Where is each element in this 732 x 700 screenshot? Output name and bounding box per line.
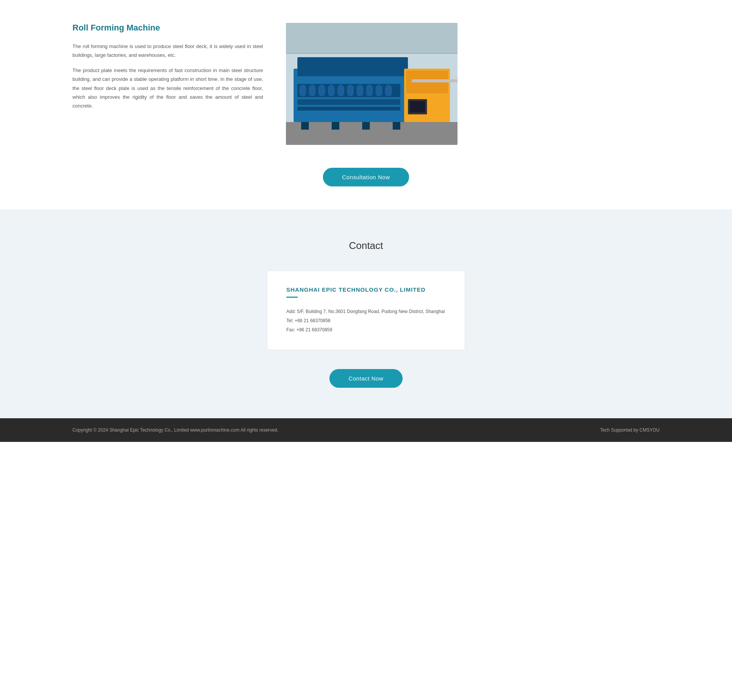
company-name: SHANGHAI EPIC TECHNOLOGY CO., LIMITED [286, 286, 446, 293]
contact-section: Contact SHANGHAI EPIC TECHNOLOGY CO., LI… [0, 209, 732, 418]
contact-tel: Tel: +86 21 68370858 [286, 316, 446, 325]
company-divider [286, 297, 298, 298]
svg-rect-15 [376, 85, 382, 96]
svg-rect-9 [318, 85, 325, 96]
contact-info: Add: 5/F, Building 7, No.3601 Dongfang R… [286, 307, 446, 334]
contact-address: Add: 5/F, Building 7, No.3601 Dongfang R… [286, 307, 446, 316]
svg-rect-13 [356, 85, 363, 96]
product-section: Roll Forming Machine The roll forming ma… [0, 0, 732, 209]
svg-rect-5 [297, 57, 408, 76]
contact-now-button[interactable]: Contact Now [329, 369, 402, 388]
svg-rect-14 [366, 85, 373, 96]
svg-rect-10 [328, 85, 335, 96]
product-image-container [286, 23, 458, 145]
contact-heading: Contact [72, 240, 660, 252]
contact-card: SHANGHAI EPIC TECHNOLOGY CO., LIMITED Ad… [267, 271, 465, 350]
svg-rect-20 [332, 122, 339, 130]
svg-rect-24 [410, 101, 425, 112]
svg-rect-25 [297, 99, 400, 105]
contact-fax: Fax: +86 21 68370859 [286, 325, 446, 334]
svg-rect-3 [286, 122, 458, 145]
product-description-1: The roll forming machine is used to prod… [72, 42, 263, 60]
svg-rect-16 [385, 85, 392, 96]
product-title: Roll Forming Machine [72, 23, 263, 33]
footer-copyright: Copyright © 2024 Shanghai Epic Technolog… [72, 427, 278, 433]
svg-rect-22 [393, 122, 400, 130]
svg-rect-11 [337, 85, 344, 96]
svg-rect-12 [347, 85, 354, 96]
product-image [286, 23, 458, 145]
product-description-2: The product plate meets the requirements… [72, 66, 263, 111]
contact-btn-wrapper: Contact Now [72, 369, 660, 388]
product-text: Roll Forming Machine The roll forming ma… [72, 23, 263, 117]
footer-tech: Tech Supported by CMSYOU [600, 427, 660, 433]
svg-rect-26 [297, 107, 400, 111]
consultation-now-button[interactable]: Consultation Now [323, 168, 409, 186]
product-content: Roll Forming Machine The roll forming ma… [72, 23, 660, 145]
svg-rect-7 [299, 85, 306, 96]
footer: Copyright © 2024 Shanghai Epic Technolog… [0, 418, 732, 442]
svg-rect-1 [286, 23, 458, 53]
consultation-btn-wrapper: Consultation Now [72, 168, 660, 186]
svg-rect-21 [362, 122, 370, 130]
svg-rect-27 [412, 79, 458, 82]
svg-rect-19 [301, 122, 309, 130]
svg-rect-8 [309, 85, 316, 96]
